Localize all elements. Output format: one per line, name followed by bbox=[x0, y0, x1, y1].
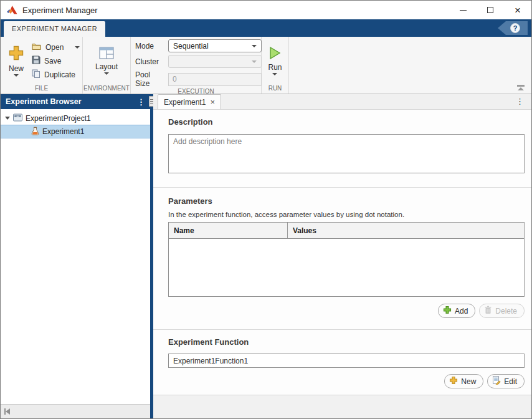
new-button[interactable]: New bbox=[6, 44, 27, 78]
description-textarea[interactable] bbox=[168, 134, 525, 173]
layout-button-label: Layout bbox=[95, 62, 118, 71]
duplicate-icon bbox=[32, 69, 40, 80]
collapse-ribbon-arrow-icon bbox=[518, 87, 524, 90]
tab-experiment1-label: Experiment1 bbox=[164, 98, 206, 107]
mode-label: Mode bbox=[135, 42, 166, 51]
mode-select[interactable]: Sequential bbox=[168, 39, 262, 52]
new-function-plus-icon bbox=[449, 376, 458, 387]
experiment-browser-title: Experiment Browser bbox=[6, 97, 82, 106]
collapse-ribbon-bar-icon bbox=[517, 85, 525, 87]
new-function-label: New bbox=[461, 377, 476, 386]
toolstrip: New Open bbox=[1, 37, 531, 94]
add-plus-icon bbox=[443, 306, 452, 316]
edit-function-label: Edit bbox=[504, 377, 517, 386]
ribbon-tab-strip: EXPERIMENT MANAGER ? bbox=[1, 19, 531, 37]
collapse-panel-arrow-icon bbox=[6, 408, 10, 415]
document-footer-area bbox=[153, 395, 531, 418]
tree-item-experiment[interactable]: Experiment1 bbox=[1, 125, 150, 138]
file-section-label: FILE bbox=[1, 85, 82, 94]
delete-parameter-button: Delete bbox=[479, 304, 525, 318]
toolstrip-section-run: Run RUN bbox=[262, 37, 289, 94]
question-icon: ? bbox=[510, 23, 520, 33]
description-heading: Description bbox=[168, 117, 525, 127]
tab-experiment1[interactable]: Experiment1 × bbox=[158, 94, 221, 109]
column-header-name: Name bbox=[169, 223, 288, 238]
experiment-browser-header: Experiment Browser ⋮ bbox=[1, 94, 150, 109]
tab-experiment-manager[interactable]: EXPERIMENT MANAGER bbox=[4, 21, 105, 37]
trash-icon bbox=[484, 306, 492, 316]
document-tab-bar: Experiment1 × ⋮ bbox=[153, 94, 531, 110]
title-bar: Experiment Manager × bbox=[1, 1, 531, 19]
save-button-label: Save bbox=[44, 57, 61, 65]
mode-selected-value: Sequential bbox=[173, 42, 209, 51]
toolstrip-section-environment: Layout ENVIRONMENT bbox=[83, 37, 131, 94]
document-menu-button[interactable]: ⋮ bbox=[516, 97, 524, 105]
parameters-table-body bbox=[169, 239, 524, 296]
add-parameter-label: Add bbox=[455, 307, 468, 315]
flask-icon bbox=[31, 127, 39, 137]
delete-parameter-label: Delete bbox=[495, 307, 517, 315]
document-content: Description Parameters In the experiment… bbox=[153, 110, 531, 418]
run-button-label: Run bbox=[268, 63, 282, 72]
close-button[interactable]: × bbox=[504, 1, 531, 19]
tree-item-experiment-label: Experiment1 bbox=[42, 127, 84, 136]
new-function-button[interactable]: New bbox=[444, 374, 483, 388]
mode-caret-icon bbox=[252, 45, 257, 47]
new-plus-icon bbox=[8, 45, 24, 63]
layout-button[interactable]: Layout bbox=[93, 46, 120, 76]
tree-item-project[interactable]: ExperimentProject1 bbox=[1, 112, 150, 125]
experiment-function-heading: Experiment Function bbox=[168, 337, 525, 347]
window-controls: × bbox=[449, 1, 531, 19]
duplicate-button-label: Duplicate bbox=[44, 70, 75, 79]
parameters-hint: In the experiment function, access param… bbox=[168, 211, 525, 218]
browser-footer-bar bbox=[1, 404, 150, 418]
pool-size-input bbox=[168, 73, 262, 86]
main-area: Experiment Browser ⋮ ExperimentProject1 bbox=[1, 94, 531, 418]
run-section-label: RUN bbox=[262, 85, 288, 94]
document-panel: Experiment1 × ⋮ Description Parameters I… bbox=[153, 94, 531, 418]
run-button[interactable]: Run bbox=[265, 45, 284, 77]
cluster-label: Cluster bbox=[135, 57, 166, 66]
expand-collapse-caret-icon[interactable] bbox=[5, 117, 10, 120]
new-dropdown-caret-icon bbox=[14, 74, 19, 77]
run-dropdown-caret-icon bbox=[272, 73, 277, 75]
collapse-panel-button[interactable] bbox=[4, 408, 10, 415]
add-parameter-button[interactable]: Add bbox=[438, 304, 475, 318]
help-button[interactable]: ? bbox=[498, 21, 528, 35]
run-play-icon bbox=[268, 46, 282, 62]
maximize-icon bbox=[487, 7, 493, 13]
cluster-caret-icon bbox=[252, 60, 257, 63]
app-window: Experiment Manager × EXPERIMENT MANAGER … bbox=[0, 0, 532, 419]
edit-function-button[interactable]: Edit bbox=[487, 374, 525, 388]
new-button-label: New bbox=[9, 64, 24, 73]
tab-close-icon[interactable]: × bbox=[210, 98, 215, 106]
edit-icon bbox=[492, 376, 501, 387]
open-button[interactable]: Open bbox=[32, 42, 80, 53]
experiment-browser-panel: Experiment Browser ⋮ ExperimentProject1 bbox=[1, 94, 150, 418]
parameters-table-header: Name Values bbox=[169, 223, 524, 239]
pool-size-label: Pool Size bbox=[135, 70, 166, 88]
experiment-function-input[interactable] bbox=[168, 354, 525, 368]
browser-menu-button[interactable]: ⋮ bbox=[137, 98, 145, 106]
panel-splitter[interactable] bbox=[150, 94, 153, 418]
minimize-button[interactable] bbox=[449, 1, 477, 19]
toolstrip-section-execution: Mode Sequential Cluster Pool Size EXECUT… bbox=[131, 37, 262, 94]
layout-dropdown-caret-icon bbox=[104, 72, 109, 75]
parameters-heading: Parameters bbox=[168, 196, 525, 206]
duplicate-button[interactable]: Duplicate bbox=[32, 69, 80, 80]
minimize-icon bbox=[460, 10, 467, 11]
save-button[interactable]: Save bbox=[32, 55, 80, 67]
layout-icon bbox=[99, 47, 114, 61]
toolstrip-section-file: New Open bbox=[1, 37, 83, 94]
maximize-button[interactable] bbox=[477, 1, 504, 19]
save-icon bbox=[32, 55, 40, 66]
environment-section-label: ENVIRONMENT bbox=[83, 85, 130, 94]
open-button-label: Open bbox=[45, 43, 64, 52]
cluster-select bbox=[168, 55, 262, 68]
close-icon: × bbox=[515, 5, 521, 16]
tree-item-project-label: ExperimentProject1 bbox=[26, 114, 91, 123]
experiment-tree: ExperimentProject1 Experiment1 bbox=[1, 109, 150, 404]
parameters-table: Name Values bbox=[168, 222, 525, 297]
collapse-ribbon-button[interactable] bbox=[517, 85, 525, 90]
matlab-logo-icon bbox=[7, 6, 17, 15]
